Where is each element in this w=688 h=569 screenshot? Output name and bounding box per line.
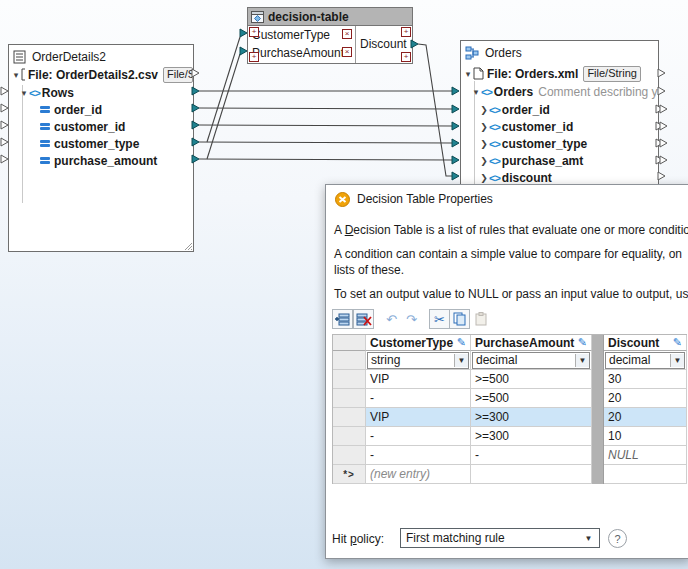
cut-button[interactable]: ✂	[429, 309, 450, 329]
rule-cell[interactable]: -	[366, 389, 471, 408]
add-output-icon[interactable]: +	[401, 52, 411, 62]
delete-input-icon[interactable]: ×	[342, 47, 352, 57]
row-selector[interactable]	[333, 351, 366, 370]
input-port-customer-id[interactable]	[1, 121, 8, 129]
tree-row-order-id[interactable]: ❯ <> order_id	[461, 101, 658, 118]
type-dropdown-discount[interactable]: decimal▼	[605, 352, 685, 369]
rule-cell[interactable]: >=500	[471, 389, 592, 408]
delete-row-button[interactable]	[353, 309, 374, 329]
orders-input-port-order-id[interactable]	[452, 105, 459, 113]
chevron-right-icon[interactable]: ❯	[479, 173, 489, 183]
orders-output-port-customer-id2[interactable]	[660, 122, 667, 130]
add-input-icon[interactable]: +	[249, 27, 259, 37]
rule-cell[interactable]: -	[366, 446, 471, 465]
resize-handle[interactable]	[184, 242, 193, 251]
decision-table-header[interactable]: decision-table	[248, 8, 412, 26]
input-port-rows[interactable]	[1, 87, 8, 95]
input-port-purchase-amount[interactable]	[1, 155, 8, 163]
file-string-button[interactable]: File/String	[583, 66, 641, 82]
rule-cell[interactable]: -	[366, 427, 471, 446]
new-entry-cell[interactable]	[604, 465, 687, 484]
connection-order-id[interactable]	[199, 108, 452, 109]
row-selector[interactable]	[333, 427, 366, 446]
chevron-right-icon[interactable]: ❯	[479, 139, 489, 149]
chevron-down-icon[interactable]: ▾	[471, 87, 481, 97]
column-header-customertype[interactable]: CustomerType✎	[366, 335, 471, 351]
type-dropdown-purchaseamount[interactable]: decimal▼	[472, 352, 590, 369]
orders-input-port-customer-type[interactable]	[452, 139, 459, 147]
component-decision-table[interactable]: decision-table CustomerType PurchaseAmou…	[247, 7, 413, 64]
new-entry-cell[interactable]: (new entry)	[366, 465, 471, 484]
connection-customer-type-dt[interactable]	[207, 37, 240, 142]
dt-input-port-customertype[interactable]	[240, 29, 247, 37]
orders-input-port-discount[interactable]	[452, 172, 459, 180]
rule-cell[interactable]: 30	[604, 370, 687, 389]
connection-purchase-amount[interactable]	[199, 159, 452, 160]
edit-column-icon[interactable]: ✎	[457, 336, 466, 349]
add-output-icon[interactable]: +	[401, 27, 411, 37]
rule-cell-selected[interactable]: 20	[604, 408, 687, 427]
dt-input-customertype[interactable]: CustomerType	[252, 28, 330, 42]
hit-policy-dropdown[interactable]: First matching rule ▼	[400, 528, 600, 548]
help-button[interactable]: ?	[608, 529, 627, 548]
undo-button[interactable]: ↶	[381, 309, 402, 329]
tree-row-purchase-amount[interactable]: purchase_amount	[9, 152, 193, 169]
chevron-right-icon[interactable]: ❯	[479, 105, 489, 115]
tree-row-customer-id[interactable]: customer_id	[9, 118, 193, 135]
copy-button[interactable]	[449, 309, 470, 329]
dt-output-discount[interactable]: Discount	[360, 37, 407, 51]
connection-purchase-amount-dt[interactable]	[207, 54, 240, 159]
chevron-down-icon[interactable]: ▾	[463, 69, 473, 79]
row-selector[interactable]	[333, 389, 366, 408]
component-orders-header[interactable]: Orders	[461, 44, 658, 61]
rule-cell[interactable]: >=300	[471, 427, 592, 446]
edit-column-icon[interactable]: ✎	[578, 336, 587, 349]
orders-output-port-purchase-amt2[interactable]	[660, 156, 667, 164]
rule-cell-null[interactable]: NULL	[604, 446, 687, 465]
add-input-icon[interactable]: +	[249, 52, 259, 62]
dt-input-port-purchaseamount[interactable]	[240, 47, 247, 55]
chevron-down-icon[interactable]: ▾	[11, 70, 21, 80]
tree-row-order-id[interactable]: order_id	[9, 101, 193, 118]
delete-input-icon[interactable]: ×	[342, 29, 352, 39]
insert-row-button[interactable]	[332, 309, 353, 329]
row-selector-selected[interactable]	[333, 408, 366, 427]
connection-discount[interactable]	[418, 44, 452, 176]
connection-customer-type[interactable]	[199, 142, 452, 143]
orders-output-port-file[interactable]	[658, 69, 665, 77]
rule-cell-selected[interactable]: VIP	[366, 408, 471, 427]
tree-row-rows[interactable]: ▾ <> Rows	[9, 84, 193, 101]
component-orderdetails2[interactable]: OrderDetails2 ▾ File: OrderDetails2.csv …	[8, 44, 194, 252]
file-string-button[interactable]: File/String	[163, 67, 193, 83]
rule-cell[interactable]: -	[471, 446, 592, 465]
paste-button[interactable]	[470, 309, 491, 329]
new-row-selector[interactable]: *>	[333, 465, 366, 484]
row-selector[interactable]	[333, 370, 366, 389]
orders-output-port-order-id2[interactable]	[660, 105, 667, 113]
orders-input-port-customer-id[interactable]	[452, 122, 459, 130]
orders-output-port-root[interactable]	[658, 87, 665, 95]
chevron-right-icon[interactable]: ❯	[479, 156, 489, 166]
tree-row-orders-root[interactable]: ▾ <> Orders Comment describing y	[461, 83, 658, 100]
orders-output-port-customer-type2[interactable]	[660, 139, 667, 147]
rule-cell[interactable]: >=500	[471, 370, 592, 389]
tree-row-customer-type[interactable]: customer_type	[9, 135, 193, 152]
new-entry-cell[interactable]	[471, 465, 592, 484]
type-dropdown-customertype[interactable]: string▼	[367, 352, 469, 369]
column-header-discount[interactable]: Discount✎	[604, 335, 687, 351]
row-selector[interactable]	[333, 446, 366, 465]
input-port-customer-type[interactable]	[1, 138, 8, 146]
tree-row-purchase-amt[interactable]: ❯ <> purchase_amt	[461, 152, 658, 169]
tree-row-customer-id[interactable]: ❯ <> customer_id	[461, 118, 658, 135]
component-orderdetails2-header[interactable]: OrderDetails2	[9, 48, 193, 65]
rule-cell-selected[interactable]: >=300	[471, 408, 592, 427]
chevron-down-icon[interactable]: ▾	[19, 88, 29, 98]
file-row[interactable]: ▾ File: OrderDetails2.csv File/String	[9, 66, 193, 83]
rule-cell[interactable]: 10	[604, 427, 687, 446]
orders-output-port-discount[interactable]	[658, 172, 665, 180]
file-row[interactable]: ▾ File: Orders.xml File/String	[461, 65, 658, 82]
input-port-order-id[interactable]	[1, 104, 8, 112]
orders-input-port-root[interactable]	[452, 87, 459, 95]
orders-input-port-purchase-amt[interactable]	[452, 156, 459, 164]
rule-cell[interactable]: VIP	[366, 370, 471, 389]
